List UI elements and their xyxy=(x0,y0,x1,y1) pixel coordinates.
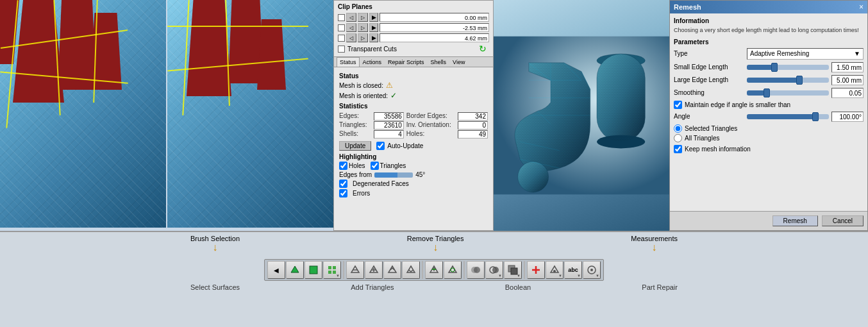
toolbar-part-repair-btn1[interactable] xyxy=(527,261,545,279)
model-3d-viewport[interactable] xyxy=(494,0,669,231)
toolbar-add-tri-btn2[interactable] xyxy=(444,261,462,279)
toolbar-back-button[interactable]: ◀ xyxy=(267,261,285,279)
svg-point-38 xyxy=(492,267,499,273)
mesh-oriented-icon: ✓ xyxy=(390,91,397,100)
clip-y-btn[interactable]: ◁ xyxy=(346,23,356,32)
toolbar-part-repair-btn2[interactable] xyxy=(546,261,563,279)
degenerated-faces-checkbox[interactable] xyxy=(339,180,347,188)
toolbar-buttons: ◀ xyxy=(264,259,604,281)
svg-point-6 xyxy=(518,162,549,192)
remesh-dialog: Remesh × Information Choosing a very sho… xyxy=(669,0,868,231)
toolbar-circle-btn[interactable] xyxy=(583,261,601,279)
remesh-footer: Remesh Cancel xyxy=(670,211,867,230)
remesh-large-edge-handle[interactable] xyxy=(796,76,803,85)
edges-from-label: Edges from xyxy=(339,171,372,178)
clip-z-btn[interactable]: ◁ xyxy=(346,33,356,42)
errors-checkbox[interactable] xyxy=(339,189,347,197)
maintain-edge-checkbox[interactable] xyxy=(674,101,682,109)
cancel-button[interactable]: Cancel xyxy=(822,215,864,226)
remesh-large-edge-row: Large Edge Length 5.00 mm xyxy=(674,75,864,85)
refresh-button[interactable]: ↻ xyxy=(479,44,489,54)
toolbar-add-tri-btn1[interactable] xyxy=(425,261,443,279)
keep-mesh-info-row: Keep mesh information xyxy=(674,145,864,153)
remesh-angle-handle[interactable] xyxy=(812,112,819,121)
clip-y-btn2[interactable]: ▷ xyxy=(358,23,368,32)
update-row: Update Auto-Update xyxy=(339,141,488,151)
add-triangles-label: Add Triangles xyxy=(351,283,394,291)
holes-checkbox-group: Holes xyxy=(339,162,365,170)
statistics-grid: Edges: 35586 Border Edges: 342 Triangles… xyxy=(339,112,488,138)
clip-z-checkbox[interactable] xyxy=(338,35,345,42)
remesh-smoothing-handle[interactable] xyxy=(764,88,770,97)
all-triangles-radio[interactable] xyxy=(674,134,682,142)
clip-x-arrow[interactable]: ▶ xyxy=(369,13,378,22)
clip-x-btn2[interactable]: ▷ xyxy=(358,13,368,22)
svg-point-36 xyxy=(474,267,480,273)
toolbar-select-surface-btn2[interactable] xyxy=(305,261,322,279)
remesh-type-label: Type xyxy=(674,50,744,57)
remesh-small-edge-slider[interactable] xyxy=(747,65,829,70)
all-triangles-row: All Triangles xyxy=(674,134,864,142)
toolbar-boolean-btn2[interactable] xyxy=(485,261,503,279)
analysis-panel: Clip Planes ◁ ▷ ▶ 0.00 mm ◁ ▷ ▶ -2.53 mm… xyxy=(333,0,494,231)
status-tabs: Status Actions Repair Scripts Shells Vie… xyxy=(334,57,493,67)
remesh-large-edge-slider[interactable] xyxy=(747,78,829,83)
remesh-button[interactable]: Remesh xyxy=(772,215,818,226)
tab-repair-scripts[interactable]: Repair Scripts xyxy=(385,57,428,67)
selected-triangles-radio[interactable] xyxy=(674,124,682,133)
clip-z-btn2[interactable]: ▷ xyxy=(358,33,368,42)
svg-marker-23 xyxy=(351,266,359,272)
brush-selection-label-group: Brush Selection ↓ xyxy=(190,235,240,253)
holes-checkbox[interactable] xyxy=(339,162,347,170)
clip-y-arrow[interactable]: ▶ xyxy=(369,23,378,32)
keep-mesh-info-checkbox[interactable] xyxy=(674,145,682,153)
tab-shells[interactable]: Shells xyxy=(428,57,450,67)
remesh-smoothing-slider[interactable] xyxy=(747,90,829,96)
remesh-small-edge-handle[interactable] xyxy=(771,63,778,72)
remesh-type-dropdown[interactable]: Adaptive Remeshing ▼ xyxy=(747,48,864,60)
toolbar-remove-tri-btn3[interactable] xyxy=(383,261,401,279)
remesh-angle-slider[interactable] xyxy=(747,114,829,119)
triangles-label: Triangles xyxy=(380,162,406,169)
toolbar-separator-1 xyxy=(343,261,344,279)
clip-x-checkbox[interactable] xyxy=(338,14,345,21)
remesh-close-button[interactable]: × xyxy=(859,3,864,12)
triangles-checkbox[interactable] xyxy=(371,162,379,170)
toolbar-remove-tri-btn4[interactable] xyxy=(402,261,420,279)
toolbar-separator-4 xyxy=(524,261,525,279)
remesh-scope-group: Selected Triangles All Triangles xyxy=(674,124,864,142)
mesh-closed-icon: ⚠ xyxy=(386,81,393,90)
degenerated-row: Degenerated Faces xyxy=(339,180,488,188)
toolbar-text-btn[interactable]: abc xyxy=(564,261,582,279)
holes-value: 49 xyxy=(458,130,488,138)
clip-x-row: ◁ ▷ ▶ 0.00 mm xyxy=(338,13,489,22)
update-button[interactable]: Update xyxy=(339,141,371,151)
tab-view[interactable]: View xyxy=(449,57,468,67)
all-triangles-label: All Triangles xyxy=(685,135,719,142)
highlighting-section: Highlighting Holes Triangles Edges from … xyxy=(339,153,488,197)
toolbar-select-surface-btn1[interactable] xyxy=(286,261,304,279)
triangles-checkbox-group: Triangles xyxy=(371,162,406,170)
edges-from-slider[interactable] xyxy=(374,172,413,178)
viewport-right[interactable] xyxy=(167,0,333,228)
tab-status[interactable]: Status xyxy=(337,57,360,67)
toolbar-select-surface-btn3[interactable] xyxy=(323,261,341,279)
auto-update-checkbox[interactable] xyxy=(376,142,385,150)
toolbar-boolean-btn1[interactable] xyxy=(467,261,485,279)
toolbar-remove-tri-btn1[interactable] xyxy=(346,261,364,279)
toolbar-separator-2 xyxy=(422,261,423,279)
clip-x-btn[interactable]: ◁ xyxy=(346,13,356,22)
toolbar-remove-tri-btn2[interactable] xyxy=(365,261,383,279)
remesh-body: Information Choosing a very short edge l… xyxy=(670,13,867,211)
clip-y-checkbox[interactable] xyxy=(338,24,345,31)
remesh-angle-label: Angle xyxy=(674,113,744,120)
viewport-left[interactable] xyxy=(0,0,166,228)
tab-actions[interactable]: Actions xyxy=(360,57,385,67)
transparent-cuts-checkbox[interactable] xyxy=(338,46,345,53)
clip-z-value: 4.62 mm xyxy=(380,33,489,42)
toolbar-boolean-btn3[interactable] xyxy=(504,261,522,279)
clip-z-arrow[interactable]: ▶ xyxy=(369,33,378,42)
auto-update-label: Auto-Update xyxy=(387,142,423,149)
status-section-title: Status xyxy=(339,72,488,80)
dropdown-arrow-icon: ▼ xyxy=(854,50,860,57)
